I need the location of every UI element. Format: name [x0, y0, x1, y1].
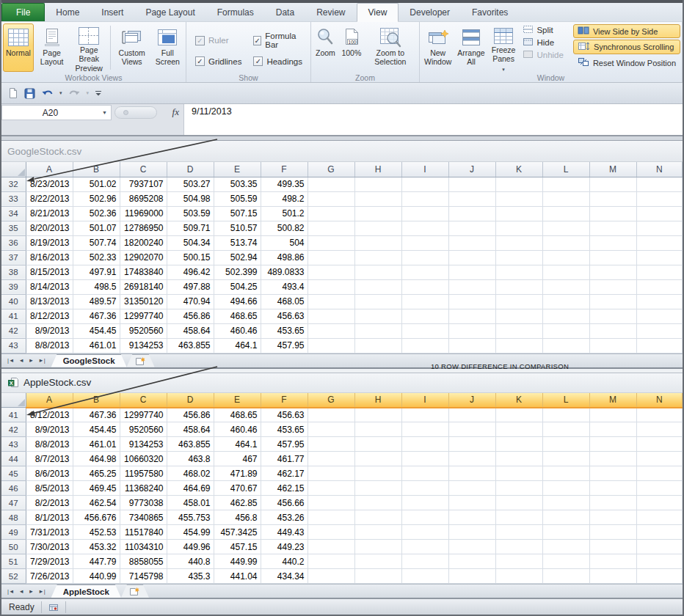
cell-h36[interactable] [354, 235, 401, 250]
row-header-36[interactable]: 36 [1, 235, 26, 250]
column-header-g[interactable]: G [308, 393, 354, 408]
cell-b38[interactable]: 497.91 [73, 265, 120, 279]
cell-f50[interactable]: 449.23 [261, 540, 308, 554]
cell-b47[interactable]: 462.54 [73, 496, 120, 510]
ribbon-tab-developer[interactable]: Developer [399, 3, 461, 21]
cell-h41[interactable] [354, 309, 401, 323]
hide-button[interactable]: Hide [520, 37, 565, 48]
cell-j49[interactable] [448, 525, 495, 540]
cell-g33[interactable] [308, 191, 354, 206]
ribbon-tab-data[interactable]: Data [265, 3, 305, 21]
cell-m44[interactable] [589, 452, 636, 466]
cell-n32[interactable] [636, 177, 683, 191]
redo-button[interactable] [68, 88, 81, 98]
cell-f46[interactable]: 462.15 [261, 481, 308, 496]
cell-n43[interactable] [636, 437, 683, 452]
cell-c34[interactable]: 11969000 [120, 206, 167, 221]
cell-n37[interactable] [636, 250, 683, 265]
cell-i40[interactable] [401, 294, 448, 309]
cell-f47[interactable]: 456.66 [261, 496, 308, 510]
cell-j47[interactable] [448, 496, 495, 510]
cell-g38[interactable] [308, 265, 354, 279]
cell-b40[interactable]: 489.57 [73, 294, 120, 309]
row-header-44[interactable]: 44 [1, 452, 26, 466]
cell-c47[interactable]: 9773038 [120, 496, 167, 510]
cell-i45[interactable] [401, 466, 448, 481]
cell-m43[interactable] [589, 437, 636, 452]
cell-m47[interactable] [589, 496, 636, 510]
cell-m50[interactable] [589, 540, 636, 554]
cell-k39[interactable] [495, 279, 542, 294]
cell-i49[interactable] [401, 525, 448, 540]
zoom-button[interactable]: Zoom [313, 23, 338, 72]
cell-g41[interactable] [308, 309, 354, 323]
cell-g32[interactable] [308, 177, 354, 191]
cell-j38[interactable] [448, 265, 495, 279]
cell-a43[interactable]: 8/8/2013 [26, 437, 73, 452]
sheet-nav-first[interactable]: |◄ [7, 588, 14, 595]
cell-j50[interactable] [448, 540, 495, 554]
insert-function-button[interactable]: fx [172, 106, 179, 118]
ribbon-tab-review[interactable]: Review [305, 3, 356, 21]
cell-i32[interactable] [401, 177, 448, 191]
cell-n46[interactable] [636, 481, 683, 496]
cell-l43[interactable] [542, 338, 589, 353]
cell-m35[interactable] [589, 221, 636, 235]
cell-k41[interactable] [495, 309, 542, 323]
cell-b34[interactable]: 502.36 [73, 206, 120, 221]
column-header-h[interactable]: H [354, 162, 401, 177]
cell-h43[interactable] [354, 338, 401, 353]
cell-g37[interactable] [308, 250, 354, 265]
cell-f42[interactable]: 453.65 [261, 422, 308, 437]
cell-l37[interactable] [542, 250, 589, 265]
view-side-by-side-button[interactable]: View Side by Side [573, 24, 680, 38]
row-header-52[interactable]: 52 [1, 569, 26, 584]
page-layout-button[interactable]: Page Layout [34, 23, 70, 72]
cell-g47[interactable] [308, 496, 354, 510]
cell-h46[interactable] [354, 481, 401, 496]
cell-h43[interactable] [354, 437, 401, 452]
cell-f52[interactable]: 434.34 [261, 569, 308, 584]
cell-c37[interactable]: 12902070 [120, 250, 167, 265]
column-header-m[interactable]: M [589, 162, 636, 177]
cell-d35[interactable]: 509.71 [167, 221, 214, 235]
cell-m40[interactable] [589, 294, 636, 309]
column-header-f[interactable]: F [261, 393, 308, 408]
window-divider[interactable] [1, 367, 683, 373]
ribbon-tab-view[interactable]: View [357, 3, 399, 22]
cell-n36[interactable] [636, 235, 683, 250]
ribbon-tab-favorites[interactable]: Favorites [461, 3, 519, 21]
arrange-all-button[interactable]: Arrange All [454, 23, 487, 72]
cell-l49[interactable] [542, 525, 589, 540]
cell-h33[interactable] [354, 191, 401, 206]
redo-dropdown-icon[interactable]: ▾ [87, 90, 90, 96]
cell-e40[interactable]: 494.66 [214, 294, 261, 309]
cell-d40[interactable]: 470.94 [167, 294, 214, 309]
cell-i52[interactable] [401, 569, 448, 584]
sheet-tab-googlestock[interactable]: GoogleStock [51, 354, 127, 367]
cell-a42[interactable]: 8/9/2013 [26, 323, 73, 338]
cell-c38[interactable]: 17483840 [120, 265, 167, 279]
cell-a41[interactable]: 8/12/2013 [26, 309, 73, 323]
cell-b49[interactable]: 452.53 [73, 525, 120, 540]
cell-c49[interactable]: 11517840 [120, 525, 167, 540]
cell-f35[interactable]: 500.82 [261, 221, 308, 235]
ribbon-tab-file[interactable]: File [1, 3, 45, 21]
undo-button[interactable] [41, 88, 54, 98]
row-header-35[interactable]: 35 [1, 221, 26, 235]
cell-j52[interactable] [448, 569, 495, 584]
checkbox-gridlines[interactable]: ✓Gridlines [195, 56, 241, 66]
cell-h50[interactable] [354, 540, 401, 554]
cell-h44[interactable] [354, 452, 401, 466]
cell-e47[interactable]: 462.85 [214, 496, 261, 510]
cell-g43[interactable] [308, 338, 354, 353]
row-header-48[interactable]: 48 [1, 510, 26, 525]
cell-n41[interactable] [636, 309, 683, 323]
column-header-i[interactable]: I [401, 393, 448, 408]
cell-a49[interactable]: 7/31/2013 [26, 525, 73, 540]
cell-e41[interactable]: 468.65 [214, 309, 261, 323]
cell-j46[interactable] [448, 481, 495, 496]
cell-k40[interactable] [495, 294, 542, 309]
cell-e34[interactable]: 507.15 [214, 206, 261, 221]
cell-b35[interactable]: 501.07 [73, 221, 120, 235]
